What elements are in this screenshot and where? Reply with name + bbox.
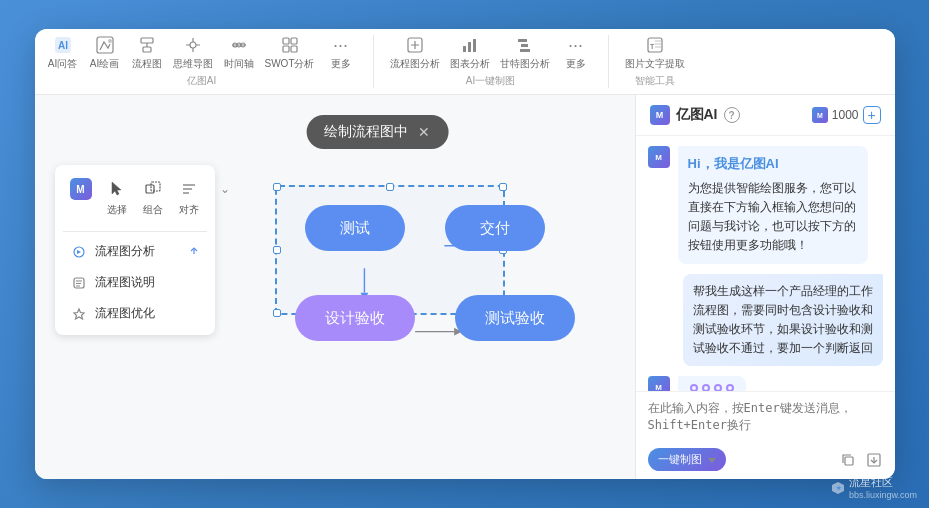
- watermark: ★ 流星社区 bbs.liuxingw.com: [831, 475, 917, 500]
- token-logo: M: [812, 107, 828, 123]
- flow-diagram: 测试 交付 设计验收 测试验收: [225, 175, 615, 459]
- handle-t[interactable]: [386, 183, 394, 191]
- img-text-icon: T: [645, 35, 665, 55]
- chart-analysis-label: 图表分析: [450, 57, 490, 71]
- svg-rect-35: [151, 182, 160, 191]
- export-icon[interactable]: [865, 451, 883, 469]
- img-text-label: 图片文字提取: [625, 57, 685, 71]
- msg-user-content-1: 帮我生成这样一个产品经理的工作流程图，需要同时包含设计验收和测试验收环节，如果设…: [683, 274, 883, 367]
- sub-menu-flow-analysis-icon: [71, 244, 87, 260]
- sub-menu-flow-optimize-label: 流程图优化: [95, 305, 155, 322]
- token-value: 1000: [832, 108, 859, 122]
- svg-rect-17: [291, 38, 297, 44]
- sub-tool-expand[interactable]: ⌄: [213, 177, 237, 217]
- handle-tr[interactable]: [499, 183, 507, 191]
- ai-draw-icon: [95, 35, 115, 55]
- timeline-label: 时间轴: [224, 57, 254, 71]
- one-key-button[interactable]: 一键制图: [648, 448, 726, 471]
- dot-4: [726, 384, 734, 391]
- combine-icon: [141, 177, 165, 201]
- ai-panel-title: M 亿图AI ?: [650, 105, 740, 125]
- sub-menu-flow-explain-icon: [71, 275, 87, 291]
- handle-tl[interactable]: [273, 183, 281, 191]
- toolbar-item-more1[interactable]: ··· 更多: [325, 35, 357, 71]
- ai-logo: M: [650, 105, 670, 125]
- chat-input[interactable]: [648, 400, 883, 440]
- toolbar-item-ai-answer[interactable]: AI AI问答: [47, 35, 79, 71]
- ai-answer-icon: AI: [53, 35, 73, 55]
- node-design-check[interactable]: 设计验收: [295, 295, 415, 341]
- flow-logo-icon: M: [69, 177, 93, 201]
- timeline-icon: [229, 35, 249, 55]
- svg-rect-25: [473, 39, 476, 52]
- msg-user-1: 帮我生成这样一个产品经理的工作流程图，需要同时包含设计验收和测试验收环节，如果设…: [648, 274, 883, 367]
- node-test-check[interactable]: 测试验收: [455, 295, 575, 341]
- toolbar-item-flowchart[interactable]: 流程图: [131, 35, 163, 71]
- svg-rect-27: [521, 44, 528, 47]
- flowchart-icon: [137, 35, 157, 55]
- group-smart-label: 智能工具: [635, 74, 675, 88]
- msg-ai-avatar-1: M: [648, 146, 670, 168]
- gantt-label: 甘特图分析: [500, 57, 550, 71]
- msg-ai-title-1: Hi，我是亿图AI: [688, 154, 858, 175]
- add-token-icon[interactable]: +: [863, 106, 881, 124]
- sub-tool-align[interactable]: 对齐: [177, 177, 201, 217]
- canvas-area[interactable]: 绘制流程图中 ✕ M: [35, 95, 635, 479]
- dot-1: [690, 384, 698, 391]
- sub-tool-flow-logo: M: [69, 177, 93, 217]
- toolbar-item-timeline[interactable]: 时间轴: [223, 35, 255, 71]
- drawing-close-icon[interactable]: ✕: [418, 124, 430, 140]
- sub-tool-combine[interactable]: 组合: [141, 177, 165, 217]
- svg-rect-50: [845, 457, 853, 465]
- node-test[interactable]: 测试: [305, 205, 405, 251]
- sub-menu-flow-explain[interactable]: 流程图说明: [63, 269, 207, 296]
- sub-tool-select[interactable]: 选择: [105, 177, 129, 217]
- more1-label: 更多: [331, 57, 351, 71]
- msg-ai-content-1: Hi，我是亿图AI 为您提供智能绘图服务，您可以直接在下方输入框输入您想问的问题…: [678, 146, 868, 264]
- group-onekey-label: AI一键制图: [466, 74, 515, 88]
- ai-answer-label: AI问答: [48, 57, 77, 71]
- toolbar-group-onekey: 流程图分析 图表分析: [390, 35, 609, 88]
- svg-rect-4: [141, 38, 153, 43]
- msg-ai-text-1: 为您提供智能绘图服务，您可以直接在下方输入框输入您想问的问题与我讨论，也可以按下…: [688, 181, 856, 253]
- dot-3: [714, 384, 722, 391]
- svg-point-7: [190, 42, 196, 48]
- dropdown-arrow-icon: [706, 454, 716, 466]
- chart-analysis-icon: [460, 35, 480, 55]
- flow-analysis-icon: [405, 35, 425, 55]
- more2-icon: ···: [566, 35, 586, 55]
- chat-action-icons: [839, 451, 883, 469]
- mindmap-label: 思维导图: [173, 57, 213, 71]
- watermark-text: 流星社区 bbs.liuxingw.com: [849, 475, 917, 500]
- svg-rect-34: [146, 185, 154, 193]
- toolbar-item-img-text[interactable]: T 图片文字提取: [625, 35, 685, 71]
- svg-rect-26: [518, 39, 527, 42]
- combine-label: 组合: [143, 203, 163, 217]
- node-delivery[interactable]: 交付: [445, 205, 545, 251]
- handle-bl[interactable]: [273, 309, 281, 317]
- toolbar-item-more2[interactable]: ··· 更多: [560, 35, 592, 71]
- toolbar-item-chart-analysis[interactable]: 图表分析: [450, 35, 490, 71]
- toolbar-item-flow-analysis[interactable]: 流程图分析: [390, 35, 440, 71]
- sub-menu-flow-optimize[interactable]: 流程图优化: [63, 300, 207, 327]
- sub-menu-flow-optimize-icon: [71, 306, 87, 322]
- sub-menu-flow-analysis[interactable]: 流程图分析: [63, 238, 207, 265]
- align-icon: [177, 177, 201, 201]
- toolbar-item-mindmap[interactable]: 思维导图: [173, 35, 213, 71]
- toolbar-group-ai-items: AI AI问答 AI绘画: [47, 35, 357, 71]
- expand-icon: ⌄: [213, 177, 237, 201]
- toolbar-item-swot[interactable]: SWOT分析: [265, 35, 315, 71]
- more1-icon: ···: [331, 35, 351, 55]
- toolbar-group-onekey-items: 流程图分析 图表分析: [390, 35, 592, 71]
- chat-footer: 一键制图: [648, 448, 883, 471]
- toolbar-item-ai-draw[interactable]: AI绘画: [89, 35, 121, 71]
- toolbar: AI AI问答 AI绘画: [35, 29, 895, 95]
- svg-rect-24: [468, 42, 471, 52]
- help-icon[interactable]: ?: [724, 107, 740, 123]
- toolbar-item-gantt[interactable]: 甘特图分析: [500, 35, 550, 71]
- msg-ai-loading: M: [648, 376, 883, 391]
- svg-rect-5: [143, 47, 151, 52]
- ai-panel: M 亿图AI ? M 1000 + M Hi，我是亿图AI 为您提供智能绘图: [635, 95, 895, 479]
- handle-l[interactable]: [273, 246, 281, 254]
- copy-icon[interactable]: [839, 451, 857, 469]
